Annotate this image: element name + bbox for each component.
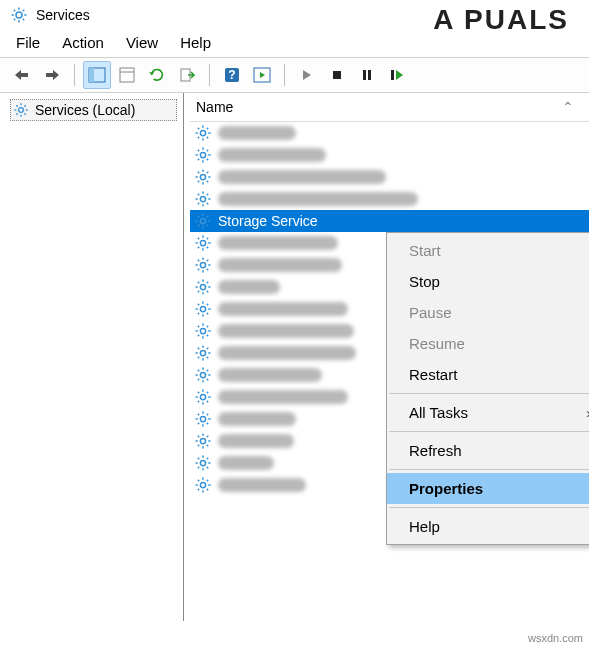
svg-marker-17 bbox=[149, 72, 154, 75]
svg-line-108 bbox=[198, 291, 200, 293]
blurred-service-name bbox=[218, 192, 418, 206]
menu-file[interactable]: File bbox=[16, 34, 40, 51]
svg-line-142 bbox=[198, 370, 200, 372]
svg-line-70 bbox=[198, 194, 200, 196]
gear-icon bbox=[194, 476, 212, 494]
stop-service-button[interactable] bbox=[323, 61, 351, 89]
svg-marker-23 bbox=[303, 70, 311, 80]
service-row[interactable]: Storage Service bbox=[190, 210, 589, 232]
menu-view[interactable]: View bbox=[126, 34, 158, 51]
blurred-service-name bbox=[218, 302, 348, 316]
svg-line-46 bbox=[207, 128, 209, 130]
ctx-refresh[interactable]: Refresh bbox=[387, 435, 589, 466]
ctx-restart[interactable]: Restart bbox=[387, 359, 589, 390]
forward-button[interactable] bbox=[38, 61, 66, 89]
services-app-icon bbox=[10, 6, 28, 24]
gear-icon bbox=[194, 146, 212, 164]
toolbar-separator bbox=[74, 64, 75, 86]
svg-line-151 bbox=[198, 392, 200, 394]
service-row[interactable] bbox=[190, 166, 589, 188]
gear-icon bbox=[194, 432, 212, 450]
blurred-service-name bbox=[218, 148, 326, 162]
svg-rect-24 bbox=[333, 71, 341, 79]
svg-point-137 bbox=[200, 372, 205, 377]
ctx-all-tasks[interactable]: All Tasks bbox=[387, 397, 589, 428]
svg-line-54 bbox=[198, 159, 200, 161]
service-row[interactable] bbox=[190, 144, 589, 166]
svg-line-100 bbox=[207, 260, 209, 262]
svg-line-116 bbox=[207, 313, 209, 315]
pause-service-button[interactable] bbox=[353, 61, 381, 89]
svg-line-118 bbox=[207, 304, 209, 306]
gear-icon bbox=[194, 168, 212, 186]
svg-rect-12 bbox=[46, 73, 54, 77]
blurred-service-name bbox=[218, 280, 280, 294]
gear-icon bbox=[194, 344, 212, 362]
svg-line-125 bbox=[207, 335, 209, 337]
svg-line-127 bbox=[207, 326, 209, 328]
svg-point-155 bbox=[200, 416, 205, 421]
svg-rect-10 bbox=[20, 73, 28, 77]
ctx-resume: Resume bbox=[387, 328, 589, 359]
svg-line-8 bbox=[23, 10, 25, 12]
ctx-help[interactable]: Help bbox=[387, 511, 589, 542]
svg-line-115 bbox=[198, 304, 200, 306]
list-header[interactable]: Name ⌃ bbox=[190, 93, 589, 122]
refresh-button[interactable] bbox=[143, 61, 171, 89]
blurred-service-name bbox=[218, 258, 342, 272]
svg-point-101 bbox=[200, 284, 205, 289]
svg-line-136 bbox=[207, 348, 209, 350]
ctx-stop[interactable]: Stop bbox=[387, 266, 589, 297]
export-list-button[interactable] bbox=[173, 61, 201, 89]
svg-point-182 bbox=[200, 482, 205, 487]
svg-line-161 bbox=[207, 423, 209, 425]
credit-text: wsxdn.com bbox=[528, 632, 583, 644]
svg-line-109 bbox=[207, 282, 209, 284]
svg-line-89 bbox=[207, 247, 209, 249]
content-area: Services (Local) Name ⌃ Storage ServiceS… bbox=[0, 93, 589, 621]
svg-line-124 bbox=[198, 326, 200, 328]
start-service-button[interactable] bbox=[293, 61, 321, 89]
svg-rect-15 bbox=[120, 68, 134, 82]
svg-rect-27 bbox=[391, 70, 394, 80]
svg-line-36 bbox=[16, 113, 17, 114]
svg-line-188 bbox=[207, 489, 209, 491]
svg-rect-25 bbox=[363, 70, 366, 80]
service-row[interactable] bbox=[190, 122, 589, 144]
svg-line-43 bbox=[198, 128, 200, 130]
tree-item-services-local[interactable]: Services (Local) bbox=[10, 99, 177, 121]
help-button[interactable]: ? bbox=[218, 61, 246, 89]
svg-line-135 bbox=[198, 357, 200, 359]
svg-line-91 bbox=[207, 238, 209, 240]
svg-line-190 bbox=[207, 480, 209, 482]
gear-icon bbox=[194, 234, 212, 252]
service-row[interactable] bbox=[190, 188, 589, 210]
back-button[interactable] bbox=[8, 61, 36, 89]
restart-service-button[interactable] bbox=[383, 61, 411, 89]
svg-line-7 bbox=[14, 19, 16, 21]
svg-line-62 bbox=[207, 181, 209, 183]
svg-line-181 bbox=[207, 458, 209, 460]
blurred-service-name bbox=[218, 324, 354, 338]
toolbar-separator bbox=[284, 64, 285, 86]
blurred-service-name bbox=[218, 368, 322, 382]
action-pane-button[interactable] bbox=[248, 61, 276, 89]
svg-line-79 bbox=[198, 216, 200, 218]
console-properties-button[interactable] bbox=[113, 61, 141, 89]
svg-line-144 bbox=[198, 379, 200, 381]
blurred-service-name bbox=[218, 478, 306, 492]
menu-help[interactable]: Help bbox=[180, 34, 211, 51]
svg-point-110 bbox=[200, 306, 205, 311]
blurred-service-name bbox=[218, 236, 338, 250]
svg-line-64 bbox=[207, 172, 209, 174]
column-header-name[interactable]: Name bbox=[196, 99, 553, 115]
show-hide-tree-button[interactable] bbox=[83, 61, 111, 89]
svg-marker-22 bbox=[260, 72, 265, 78]
menu-action[interactable]: Action bbox=[62, 34, 104, 51]
list-body: Storage ServiceStartStopPauseResumeResta… bbox=[190, 122, 589, 496]
gear-icon bbox=[194, 256, 212, 274]
svg-line-154 bbox=[207, 392, 209, 394]
svg-line-143 bbox=[207, 379, 209, 381]
ctx-properties[interactable]: Properties bbox=[387, 473, 589, 504]
svg-line-134 bbox=[207, 357, 209, 359]
